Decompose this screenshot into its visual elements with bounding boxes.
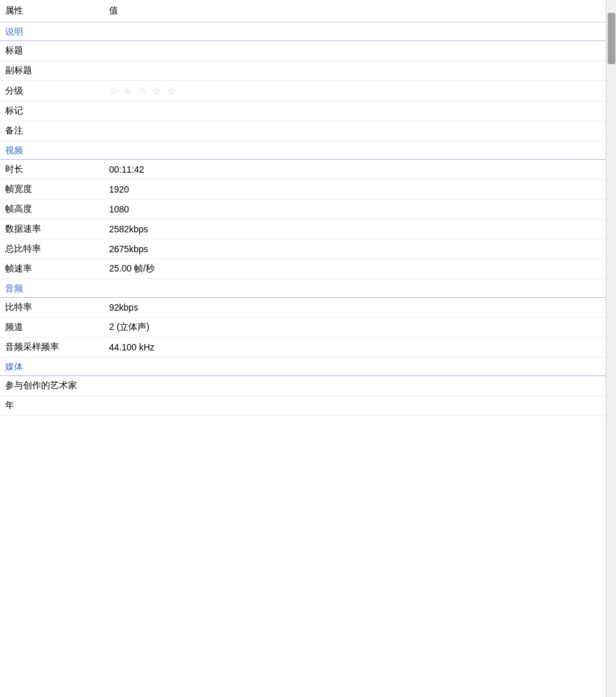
property-label: 总比特率 [0,239,103,259]
property-value[interactable]: 2582kbps [103,219,606,239]
table-row: 时长00:11:42 [0,160,606,180]
property-label: 标记 [0,101,103,121]
section-header-video: 视频 [0,141,606,160]
property-value[interactable]: 2 (立体声) [103,318,606,338]
table-row: 音频采样频率44.100 kHz [0,338,606,357]
property-label: 标题 [0,41,103,61]
section-value-description [103,22,606,41]
property-value [103,41,606,61]
properties-panel: 属性 值 说明标题副标题分级☆ ☆ ☆ ☆ ☆标记备注视频时长00:11:42帧… [0,0,606,697]
table-row: 备注 [0,121,606,141]
section-header-audio: 音频 [0,279,606,298]
table-row: 比特率92kbps [0,298,606,318]
property-label: 备注 [0,121,103,141]
table-row: 帧速率25.00 帧/秒 [0,259,606,279]
property-value [103,101,606,121]
property-label: 帧速率 [0,259,103,279]
property-value[interactable]: 25.00 帧/秒 [103,259,606,279]
property-value[interactable]: 2675kbps [103,239,606,259]
col-value-header: 值 [103,0,606,22]
property-label: 帧高度 [0,200,103,219]
section-label-media: 媒体 [0,357,103,376]
property-label: 帧宽度 [0,180,103,200]
col-property-header: 属性 [0,0,103,22]
properties-table: 属性 值 说明标题副标题分级☆ ☆ ☆ ☆ ☆标记备注视频时长00:11:42帧… [0,0,606,416]
property-label: 音频采样频率 [0,338,103,357]
property-value[interactable]: 1080 [103,200,606,219]
property-label: 数据速率 [0,219,103,239]
section-label-audio: 音频 [0,279,103,298]
property-value[interactable]: 00:11:42 [103,160,606,180]
table-row: 参与创作的艺术家 [0,376,606,396]
property-label: 时长 [0,160,103,180]
table-row: 副标题 [0,61,606,81]
table-row: 数据速率2582kbps [0,219,606,239]
property-value [103,376,606,396]
scrollbar-thumb[interactable] [608,13,615,64]
section-value-media [103,357,606,376]
property-label: 年 [0,396,103,416]
property-label: 分级 [0,81,103,101]
property-value[interactable]: ☆ ☆ ☆ ☆ ☆ [103,81,606,101]
table-row: 分级☆ ☆ ☆ ☆ ☆ [0,81,606,101]
section-label-description: 说明 [0,22,103,41]
property-value[interactable]: 44.100 kHz [103,338,606,357]
property-value [103,396,606,416]
property-value[interactable]: 92kbps [103,298,606,318]
table-row: 总比特率2675kbps [0,239,606,259]
table-row: 标记 [0,101,606,121]
table-row: 年 [0,396,606,416]
property-label: 频道 [0,318,103,338]
property-label: 副标题 [0,61,103,81]
section-header-description: 说明 [0,22,606,41]
property-label: 比特率 [0,298,103,318]
section-value-video [103,141,606,160]
app-container: 属性 值 说明标题副标题分级☆ ☆ ☆ ☆ ☆标记备注视频时长00:11:42帧… [0,0,616,697]
scrollbar[interactable] [606,0,616,697]
property-value[interactable]: 1920 [103,180,606,200]
table-row: 标题 [0,41,606,61]
property-label: 参与创作的艺术家 [0,376,103,396]
table-row: 频道2 (立体声) [0,318,606,338]
section-value-audio [103,279,606,298]
rating-stars[interactable]: ☆ ☆ ☆ ☆ ☆ [109,85,177,96]
table-row: 帧高度1080 [0,200,606,219]
table-header: 属性 值 [0,0,606,22]
table-row: 帧宽度1920 [0,180,606,200]
property-value [103,61,606,81]
property-value [103,121,606,141]
section-label-video: 视频 [0,141,103,160]
section-header-media: 媒体 [0,357,606,376]
